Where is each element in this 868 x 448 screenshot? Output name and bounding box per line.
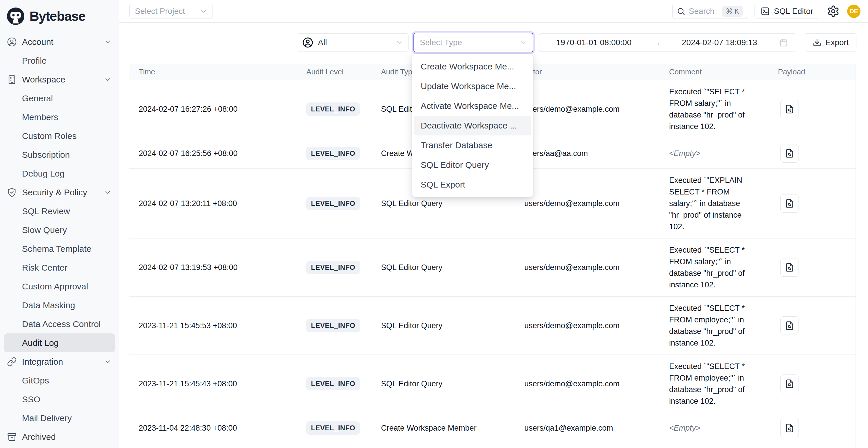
cell-comment: Executed `"SELECT * FROM employee;"` in … <box>669 302 756 349</box>
dropdown-option-sql-editor-query[interactable]: SQL Editor Query <box>414 155 531 175</box>
payload-view-button[interactable] <box>780 144 799 163</box>
export-button[interactable]: Export <box>805 33 857 52</box>
chevron-down-icon <box>104 189 112 196</box>
audit-level-badge: LEVEL_INFO <box>306 377 360 390</box>
sidebar-item-risk-center[interactable]: Risk Center <box>4 258 115 277</box>
sidebar-nav: Account Profile Workspace General Member… <box>0 32 119 446</box>
file-search-icon <box>785 199 794 208</box>
cell-time: 2024-02-07 13:19:53 +08:00 <box>139 263 306 272</box>
sidebar-item-subscription[interactable]: Subscription <box>4 145 115 164</box>
cell-comment: Executed `"EXPLAIN SELECT * FROM salary;… <box>669 174 756 232</box>
date-to-value: 2024-02-07 18:09:13 <box>682 38 757 47</box>
cell-time: 2024-02-07 13:20:11 +08:00 <box>139 199 306 208</box>
avatar[interactable]: DE <box>847 5 861 18</box>
shield-check-icon <box>7 188 17 197</box>
actor-filter-select[interactable]: All <box>297 33 408 52</box>
payload-view-button[interactable] <box>780 194 799 213</box>
payload-view-button[interactable] <box>780 316 799 335</box>
cell-actor: users/demo@example.com <box>524 199 669 208</box>
sidebar-item-custom-approval[interactable]: Custom Approval <box>4 277 115 296</box>
sidebar-section-account[interactable]: Account <box>4 32 115 51</box>
sidebar-item-mail-delivery[interactable]: Mail Delivery <box>4 409 115 427</box>
audit-level-badge: LEVEL_INFO <box>306 102 360 116</box>
sidebar-item-debug-log[interactable]: Debug Log <box>4 164 115 183</box>
payload-view-button[interactable] <box>780 419 799 437</box>
section-label: Integration <box>22 357 63 367</box>
dropdown-option-deactivate-workspace-member[interactable]: Deactivate Workspace ... <box>414 116 531 135</box>
cell-comment: Executed `"SELECT * FROM salary;"` in da… <box>669 86 756 132</box>
sidebar-item-custom-roles[interactable]: Custom Roles <box>4 126 115 145</box>
column-header-audit-level: Audit Level <box>306 67 381 76</box>
chevron-down-icon <box>104 358 112 365</box>
table-row: 2023-11-04 22:48:30 +08:00 LEVEL_INFO Cr… <box>129 413 856 443</box>
dropdown-option-update-workspace-member[interactable]: Update Workspace Me... <box>414 76 531 96</box>
payload-view-button[interactable] <box>780 100 799 118</box>
sidebar-section-security-policy[interactable]: Security & Policy <box>4 183 115 202</box>
column-header-actor: Actor <box>524 67 669 76</box>
sidebar-item-general[interactable]: General <box>4 89 115 108</box>
chevron-down-icon <box>104 76 112 83</box>
audit-level-badge: LEVEL_INFO <box>306 261 360 274</box>
table-row: 2023-11-04 01:06:24 +08:00 LEVEL_INFO SQ… <box>129 443 856 448</box>
cell-time: 2023-11-21 15:45:43 +08:00 <box>139 379 306 388</box>
gear-icon[interactable] <box>827 5 840 18</box>
sidebar-item-data-masking[interactable]: Data Masking <box>4 296 115 315</box>
sql-editor-label: SQL Editor <box>774 7 813 16</box>
table-row: 2024-02-07 13:19:53 +08:00 LEVEL_INFO SQ… <box>129 238 856 296</box>
dropdown-option-transfer-database[interactable]: Transfer Database <box>414 135 531 155</box>
topbar: Select Project Search ⌘ K SQL Editor <box>119 0 868 23</box>
section-label: Security & Policy <box>22 188 87 197</box>
search-placeholder: Search <box>689 7 715 16</box>
dropdown-option-sql-export[interactable]: SQL Export <box>414 175 531 194</box>
cell-actor: users/demo@example.com <box>524 105 669 114</box>
brand-name: Bytebase <box>30 8 85 24</box>
table-row: 2023-11-21 15:45:43 +08:00 LEVEL_INFO SQ… <box>129 354 856 413</box>
sidebar-section-archived[interactable]: Archived <box>4 427 115 446</box>
payload-view-button[interactable] <box>780 258 799 277</box>
cell-time: 2024-02-07 16:27:26 +08:00 <box>139 105 306 114</box>
sidebar-item-sql-review[interactable]: SQL Review <box>4 202 115 221</box>
cell-comment: <Empty> <box>669 422 756 434</box>
brand-logo[interactable]: Bytebase <box>0 0 119 32</box>
building-icon <box>7 75 17 85</box>
main-area: Select Project Search ⌘ K SQL Editor <box>119 0 868 448</box>
sidebar-item-profile[interactable]: Profile <box>4 51 115 70</box>
dropdown-option-create-workspace-member[interactable]: Create Workspace Me... <box>414 57 531 76</box>
chevron-down-icon <box>519 39 527 46</box>
cell-time: 2024-02-07 16:25:56 +08:00 <box>139 149 306 158</box>
payload-view-button[interactable] <box>780 375 799 393</box>
sidebar-section-integration[interactable]: Integration <box>4 352 115 371</box>
sidebar-item-slow-query[interactable]: Slow Query <box>4 221 115 239</box>
avatar-initials: DE <box>849 7 859 15</box>
sidebar: Bytebase Account Profile Workspace Gener… <box>0 0 119 448</box>
audit-level-badge: LEVEL_INFO <box>306 197 360 210</box>
sidebar-section-workspace[interactable]: Workspace <box>4 70 115 89</box>
export-label: Export <box>826 38 849 47</box>
column-header-comment: Comment <box>669 67 778 76</box>
file-search-icon <box>785 104 794 114</box>
cell-audit-type: SQL Editor Query <box>381 379 524 388</box>
cell-actor: users/qa1@example.com <box>524 424 669 433</box>
chevron-down-icon <box>104 38 112 46</box>
project-select[interactable]: Select Project <box>129 4 213 19</box>
cell-actor: users/demo@example.com <box>524 321 669 330</box>
type-filter-select[interactable]: Select Type <box>413 33 533 53</box>
sidebar-item-audit-log[interactable]: Audit Log <box>4 333 115 352</box>
column-header-time: Time <box>139 67 306 76</box>
terminal-icon <box>761 7 770 16</box>
cell-actor: users/demo@example.com <box>524 379 669 388</box>
sidebar-item-data-access-control[interactable]: Data Access Control <box>4 315 115 333</box>
sql-editor-button[interactable]: SQL Editor <box>754 4 819 19</box>
sidebar-item-schema-template[interactable]: Schema Template <box>4 239 115 258</box>
sidebar-item-sso[interactable]: SSO <box>4 390 115 409</box>
sidebar-item-gitops[interactable]: GitOps <box>4 371 115 390</box>
sidebar-item-members[interactable]: Members <box>4 108 115 126</box>
chevron-down-icon <box>200 7 207 15</box>
cell-time: 2023-11-04 22:48:30 +08:00 <box>139 424 306 433</box>
cell-audit-type: Create Workspace Member <box>381 424 524 433</box>
file-search-icon <box>785 423 794 433</box>
date-range-picker[interactable]: 1970-01-01 08:00:00 → 2024-02-07 18:09:1… <box>539 33 796 52</box>
file-search-icon <box>785 149 794 158</box>
search-input[interactable]: Search ⌘ K <box>672 4 747 19</box>
dropdown-option-activate-workspace-member[interactable]: Activate Workspace Me... <box>414 96 531 116</box>
